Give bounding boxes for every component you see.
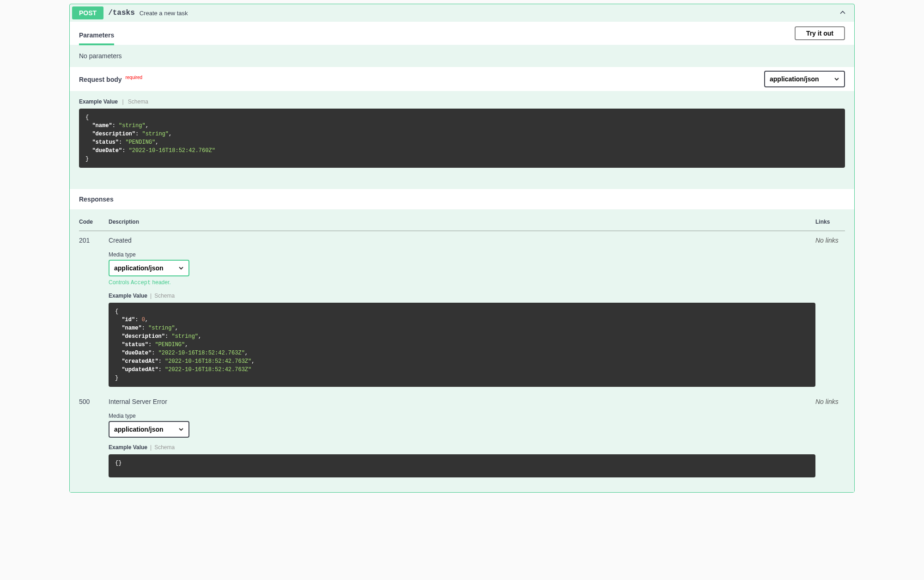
tab-schema[interactable]: Schema xyxy=(154,293,175,299)
method-badge: POST xyxy=(72,6,103,19)
response-description-cell: CreatedMedia typeapplication/jsonControl… xyxy=(109,231,815,393)
response-code: 201 xyxy=(79,231,109,393)
parameters-header: Parameters Try it out xyxy=(70,22,854,45)
response-links: No links xyxy=(815,392,845,483)
request-body-example: { "name": "string", "description": "stri… xyxy=(79,109,845,168)
request-body-panel: Example Value | Schema { "name": "string… xyxy=(70,91,854,189)
col-links-header: Links xyxy=(815,219,845,231)
col-description-header: Description xyxy=(109,219,815,231)
col-code-header: Code xyxy=(79,219,109,231)
operation-path: /tasks xyxy=(103,9,140,17)
response-content-type-select[interactable]: application/json xyxy=(109,260,189,276)
request-content-type-select[interactable]: application/json xyxy=(764,71,845,87)
responses-table: Code Description Links 201CreatedMedia t… xyxy=(79,219,845,483)
operation-description: Create a new task xyxy=(140,10,833,17)
response-example: {} xyxy=(109,454,815,477)
request-body-header: Request body required application/json xyxy=(70,67,854,91)
response-row: 500Internal Server ErrorMedia typeapplic… xyxy=(79,392,845,483)
response-row: 201CreatedMedia typeapplication/jsonCont… xyxy=(79,231,845,393)
response-example: { "id": 0, "name": "string", "descriptio… xyxy=(109,303,815,387)
response-links: No links xyxy=(815,231,845,393)
request-body-tabs: Example Value | Schema xyxy=(79,98,845,105)
operation-body: Parameters Try it out No parameters Requ… xyxy=(70,22,854,492)
request-body-title: Request body xyxy=(79,76,122,83)
response-description-cell: Internal Server ErrorMedia typeapplicati… xyxy=(109,392,815,483)
controls-accept-note: Controls Accept header. xyxy=(109,279,815,286)
tab-example-value[interactable]: Example Value xyxy=(109,444,147,451)
no-parameters-message: No parameters xyxy=(70,45,854,67)
response-content-type-select[interactable]: application/json xyxy=(109,421,189,438)
tab-example-value[interactable]: Example Value xyxy=(79,98,118,105)
operation-block: POST /tasks Create a new task Parameters… xyxy=(69,4,855,493)
chevron-up-icon[interactable] xyxy=(833,8,852,18)
responses-header: Responses xyxy=(70,189,854,209)
response-tabs: Example Value|Schema xyxy=(109,444,815,451)
tab-schema[interactable]: Schema xyxy=(128,98,148,105)
media-type-label: Media type xyxy=(109,251,815,258)
try-it-out-button[interactable]: Try it out xyxy=(795,26,845,40)
response-description: Created xyxy=(109,237,815,244)
parameters-tab[interactable]: Parameters xyxy=(79,27,114,45)
tab-example-value[interactable]: Example Value xyxy=(109,293,147,299)
response-code: 500 xyxy=(79,392,109,483)
tab-schema[interactable]: Schema xyxy=(154,444,175,451)
response-tabs: Example Value|Schema xyxy=(109,293,815,299)
operation-summary[interactable]: POST /tasks Create a new task xyxy=(70,4,854,22)
required-label: required xyxy=(125,75,142,80)
media-type-label: Media type xyxy=(109,413,815,419)
response-description: Internal Server Error xyxy=(109,398,815,405)
responses-panel: Code Description Links 201CreatedMedia t… xyxy=(70,209,854,492)
